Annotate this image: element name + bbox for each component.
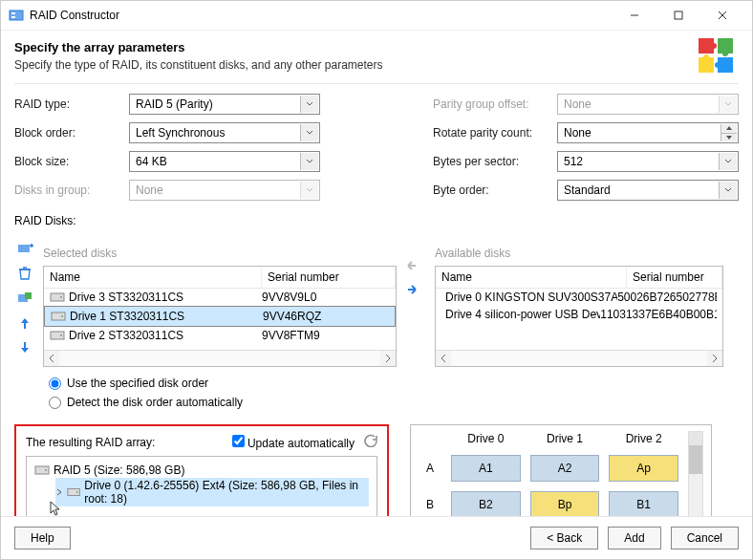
table-row[interactable]: Drive 3 ST3320311CS9VV8V9L0 [44, 289, 396, 306]
tree-drive-node[interactable]: Drive 0 (1.42.6-25556) Ext4 (Size: 586,9… [55, 478, 369, 506]
disks-in-group-label: Disks in group: [14, 183, 129, 197]
help-button[interactable]: Help [14, 527, 71, 549]
spinner-buttons[interactable] [721, 124, 737, 141]
serial-column[interactable]: Serial number [262, 267, 396, 288]
raid-type-label: RAID type: [14, 97, 129, 111]
tree-raid-node[interactable]: RAID 5 (Size: 586,98 GB) [34, 463, 369, 478]
bytes-per-sector-label: Bytes per sector: [433, 155, 557, 168]
h-scrollbar[interactable] [436, 350, 722, 366]
separator [14, 83, 739, 84]
table-row[interactable]: Drive 4 silicon-power USB Device11031337… [436, 306, 722, 323]
cancel-button[interactable]: Cancel [671, 527, 739, 549]
update-auto-checkbox[interactable]: Update automatically [232, 435, 355, 450]
block-size-select[interactable]: 64 KB [129, 151, 320, 172]
trash-icon[interactable] [14, 264, 35, 283]
svg-point-10 [715, 62, 721, 68]
drive-icon [34, 464, 50, 476]
svg-rect-11 [18, 245, 30, 252]
move-left-icon[interactable] [404, 260, 427, 274]
rotate-count-label: Rotate parity count: [433, 126, 557, 140]
svg-point-17 [61, 315, 63, 317]
svg-point-9 [703, 54, 709, 60]
wizard-footer: Help < Back Add Cancel [1, 516, 752, 559]
svg-rect-2 [11, 16, 15, 18]
bytes-per-sector-select[interactable]: 512 [557, 151, 739, 172]
stripe-cell-parity: Bp [530, 491, 600, 516]
available-disks-label: Available disks [435, 247, 723, 260]
move-right-icon[interactable] [404, 284, 427, 298]
table-row[interactable]: Drive 2 ST3320311CS9VV8FTM9 [44, 327, 396, 344]
svg-point-8 [722, 51, 728, 56]
svg-rect-4 [675, 11, 682, 19]
svg-rect-13 [25, 292, 32, 299]
refresh-icon[interactable] [364, 434, 377, 450]
svg-point-15 [60, 296, 62, 298]
disks-in-group-select: None [129, 180, 320, 201]
disk-action-toolbar [14, 233, 35, 357]
resulting-array-panel: The resulting RAID array: Update automat… [14, 424, 389, 516]
window-title: RAID Constructor [30, 9, 613, 22]
radio-detect-order[interactable]: Detect the disk order automatically [49, 396, 739, 409]
disk-tools-icon[interactable] [14, 289, 35, 308]
stripe-cell: A1 [451, 455, 521, 482]
rotate-count-spinner[interactable]: None [557, 122, 739, 143]
svg-point-7 [711, 43, 717, 49]
name-column[interactable]: Name [44, 267, 262, 288]
move-down-icon[interactable] [14, 338, 35, 357]
minimize-button[interactable] [613, 2, 656, 29]
stripe-cell-parity: Ap [609, 455, 678, 482]
stripe-cell: A2 [530, 455, 600, 482]
svg-point-19 [60, 334, 62, 336]
v-scrollbar[interactable] [688, 431, 703, 516]
cursor-icon [50, 506, 61, 516]
raid-constructor-window: RAID Constructor Specify the array param… [0, 0, 753, 560]
close-button[interactable] [700, 2, 744, 29]
byte-order-select[interactable]: Standard [557, 180, 739, 201]
chevron-down-icon [300, 124, 318, 141]
stripe-cell: B1 [609, 491, 678, 516]
add-disk-icon[interactable] [14, 239, 35, 258]
serial-column[interactable]: Serial number [627, 267, 722, 288]
name-column[interactable]: Name [436, 267, 627, 288]
radio-specified-order[interactable]: Use the specified disk order [49, 377, 739, 390]
chevron-down-icon [300, 96, 318, 113]
chevron-down-icon [719, 153, 737, 170]
maximize-button[interactable] [656, 2, 700, 29]
svg-point-25 [45, 469, 47, 471]
table-row[interactable]: Drive 1 ST3320311CS9VV46RQZ [44, 306, 396, 327]
selected-disks-label: Selected disks [43, 247, 397, 260]
resulting-array-label: The resulting RAID array: [26, 436, 232, 449]
app-icon [9, 8, 24, 23]
h-scrollbar[interactable] [44, 350, 396, 366]
stripe-col-drive1: Drive 1 [530, 432, 600, 445]
transfer-buttons [404, 233, 427, 298]
back-button[interactable]: < Back [530, 527, 598, 549]
table-row[interactable]: Drive 0 KINGSTON SUV300S37A240G50026B726… [436, 289, 722, 306]
parity-offset-select: None [557, 94, 739, 115]
block-order-label: Block order: [14, 126, 129, 140]
add-button[interactable]: Add [608, 527, 660, 549]
drive-icon [67, 486, 80, 498]
result-tree[interactable]: RAID 5 (Size: 586,98 GB) Drive 0 (1.42.6… [26, 456, 377, 516]
selected-disks-table[interactable]: Name Serial number Drive 3 ST3320311CS9V… [43, 266, 397, 367]
titlebar: RAID Constructor [1, 1, 752, 31]
params-grid: RAID type: RAID 5 (Parity) Parity group … [14, 94, 739, 201]
page-title: Specify the array parameters [14, 40, 383, 54]
stripe-cell: B2 [451, 491, 521, 516]
svg-point-27 [76, 491, 78, 493]
available-disks-table[interactable]: Name Serial number Drive 0 KINGSTON SUV3… [435, 266, 723, 367]
stripe-col-drive2: Drive 2 [609, 432, 678, 445]
stripe-col-drive0: Drive 0 [451, 432, 521, 445]
chevron-down-icon [719, 96, 737, 113]
block-size-label: Block size: [14, 155, 129, 168]
move-up-icon[interactable] [14, 313, 35, 333]
stripe-row-a: A [419, 462, 441, 475]
stripe-map-panel: Drive 0 Drive 1 Drive 2 A A1 A2 Ap B B2 … [410, 424, 712, 516]
svg-rect-0 [10, 11, 23, 20]
block-order-select[interactable]: Left Synchronous [129, 122, 320, 143]
expand-icon[interactable] [55, 485, 63, 499]
byte-order-label: Byte order: [433, 183, 557, 197]
page-subtitle: Specify the type of RAID, its constituen… [14, 58, 383, 72]
chevron-down-icon [719, 182, 737, 199]
raid-type-select[interactable]: RAID 5 (Parity) [129, 94, 320, 115]
